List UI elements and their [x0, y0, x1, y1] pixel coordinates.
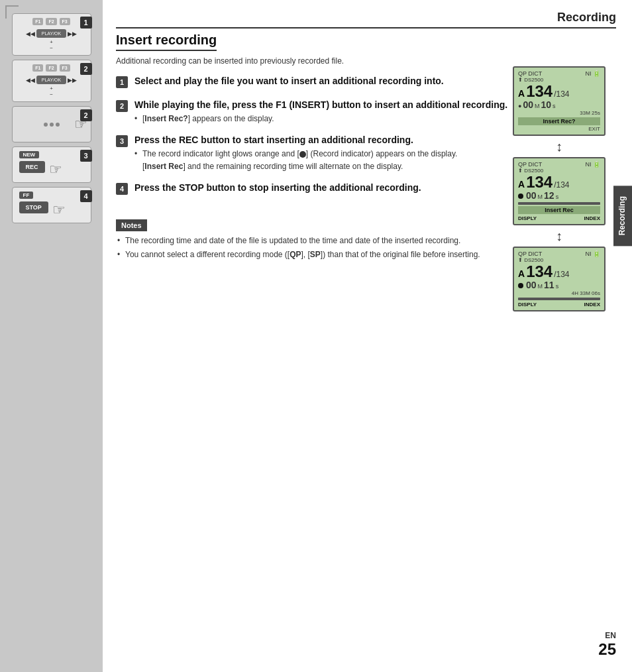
finger-dot-3	[56, 123, 60, 127]
section-title: Insert recording	[116, 32, 217, 51]
plus-minus-2: +−	[50, 85, 53, 97]
lcd-screen-1: QP DICT NI 🔋 ⬆ DS2500 A 134 /134 ● 00 M …	[513, 66, 606, 136]
step-badge-1: 1	[80, 17, 92, 28]
finger-area: ☞ 2	[12, 106, 91, 142]
lcd-time-row-3: 00 M 11 s	[518, 280, 600, 290]
lcd-slash-2: /134	[554, 180, 569, 190]
lcd-label-row-2: Insert Rec	[518, 206, 600, 214]
lcd-bottom-row-3: DISPLY INDEX	[518, 302, 600, 308]
playok-btn-1: PLAY/OK	[36, 29, 66, 38]
notes-header: Notes	[116, 219, 147, 231]
main-content: Recording Recording Insert recording Add…	[103, 0, 632, 672]
f1-button-1: F1	[32, 18, 43, 25]
lcd-track-number-3: A 134 /134	[518, 264, 600, 280]
lcd-mode-1: QP DICT	[518, 70, 542, 77]
lcd-number-2: 134	[526, 174, 553, 190]
lcd-track-number-1: A 134 /134	[518, 84, 600, 99]
page-header: Recording	[116, 11, 616, 28]
lcd-ni-1: NI 🔋	[585, 70, 600, 77]
rec-panel: NEW REC ☞ 3	[12, 146, 91, 183]
page-number: 25	[598, 640, 616, 659]
lcd-time-s-3: 11	[544, 280, 554, 290]
step-3-number: 3	[116, 135, 128, 147]
nav-arrows-2: ◀◀ PLAY/OK ▶▶	[26, 74, 77, 85]
left-sidebar: F1 F2 F3 ◀◀ PLAY/OK ▶▶ +− 1 F1 F2 F3 ◀◀ …	[0, 0, 103, 672]
lcd-top-row-1: QP DICT NI 🔋	[518, 70, 600, 77]
lcd-rec-dot-1: ●	[518, 103, 521, 109]
lcd-time-main-3: 00	[526, 280, 537, 290]
lcd-track-1: A	[518, 88, 525, 99]
lcd-track-number-2: A 134 /134	[518, 174, 600, 190]
plus-minus-1: +−	[50, 39, 53, 51]
lcd-time-main-2: 00	[526, 190, 537, 201]
stop-button: STOP	[19, 201, 48, 213]
finger-dots	[44, 123, 60, 127]
lcd-time-row-1: ● 00 M 10 s	[518, 99, 600, 110]
lcd-time-extra-1: 33M 25s	[518, 110, 600, 116]
ff-label: FF	[19, 192, 34, 199]
stop-finger-icon: ☞	[52, 201, 66, 219]
step-badge-2a: 2	[80, 63, 92, 75]
note-item-1: The recording time and date of the file …	[116, 235, 616, 247]
lcd-screen-2: QP DICT NI 🔋 ⬆ DS2500 A 134 /134 00 M 12…	[513, 157, 606, 225]
rec-button: REC	[19, 161, 45, 173]
screen-arrow-1: ↕	[513, 140, 606, 153]
f1-button-2: F1	[32, 64, 43, 72]
en-label: EN	[598, 631, 616, 640]
lcd-ni-2: NI 🔋	[585, 161, 600, 168]
device-buttons-row-1: F1 F2 F3	[32, 18, 70, 25]
lcd-index-2: INDEX	[584, 215, 600, 221]
f3-button-2: F3	[60, 64, 70, 72]
lcd-label-row-1: Insert Rec?	[518, 117, 600, 125]
lcd-track-2: A	[518, 179, 525, 190]
step-1-number: 1	[116, 76, 128, 88]
rec-finger-icon: ☞	[49, 161, 62, 178]
lcd-top-row-2: QP DICT NI 🔋	[518, 161, 600, 168]
lcd-number-1: 134	[526, 84, 553, 99]
lcd-time-s-1: 10	[541, 99, 552, 110]
lcd-disply-2: DISPLY	[518, 215, 537, 221]
step-badge-3: 3	[80, 150, 92, 162]
rec-row: REC ☞	[17, 161, 87, 178]
lcd-exit-row-1: EXIT	[518, 126, 600, 132]
stop-row: STOP ☞	[17, 201, 87, 219]
lcd-mode-2: QP DICT	[518, 161, 542, 168]
device-panel-1: F1 F2 F3 ◀◀ PLAY/OK ▶▶ +− 1	[12, 13, 91, 56]
lcd-slash-1: /134	[554, 89, 569, 99]
screen-displays: QP DICT NI 🔋 ⬆ DS2500 A 134 /134 ● 00 M …	[513, 66, 606, 311]
recording-tab: Recording	[613, 186, 632, 246]
lcd-bottom-row-2: DISPLY INDEX	[518, 215, 600, 221]
lcd-slash-3: /134	[554, 270, 569, 279]
step-badge-4: 4	[80, 190, 92, 202]
stop-panel: FF STOP ☞ 4	[12, 187, 91, 223]
nav-arrows-1: ◀◀ PLAY/OK ▶▶	[26, 28, 77, 39]
lcd-rec-bar-3	[518, 298, 600, 300]
device-panel-2: F1 F2 F3 ◀◀ PLAY/OK ▶▶ +− 2	[12, 60, 91, 102]
lcd-track-3: A	[518, 268, 525, 279]
note-item-2: You cannot select a different recording …	[116, 249, 616, 260]
finger-dot-1	[44, 123, 48, 127]
lcd-record-dot-3	[518, 283, 523, 288]
step-4-number: 4	[116, 183, 128, 195]
f2-button-2: F2	[46, 64, 56, 72]
finger-dot-2	[50, 123, 54, 127]
intro-text: Additional recording can be inserted int…	[116, 56, 616, 66]
playok-btn-2: PLAY/OK	[36, 76, 66, 84]
lcd-time-row-2: 00 M 12 s	[518, 190, 600, 201]
lcd-rec-bar-2	[518, 202, 600, 205]
lcd-time-main-1: 00	[523, 99, 533, 110]
f2-button-1: F2	[46, 18, 56, 25]
lcd-time-extra-3: 4H 33M 06s	[518, 290, 600, 296]
page: F1 F2 F3 ◀◀ PLAY/OK ▶▶ +− 1 F1 F2 F3 ◀◀ …	[0, 0, 632, 672]
device-buttons-row-2: F1 F2 F3	[32, 64, 70, 72]
record-indicator-icon	[299, 151, 306, 158]
lcd-disply-3: DISPLY	[518, 302, 537, 308]
step-2-number: 2	[116, 100, 128, 112]
lcd-index-3: INDEX	[584, 302, 600, 308]
lcd-time-s-2: 12	[544, 190, 554, 201]
f3-button-1: F3	[60, 18, 70, 25]
step-badge-2b: 2	[80, 109, 92, 121]
page-footer: EN 25	[598, 631, 616, 659]
lcd-record-dot-2	[518, 194, 523, 199]
lcd-number-3: 134	[526, 264, 553, 280]
